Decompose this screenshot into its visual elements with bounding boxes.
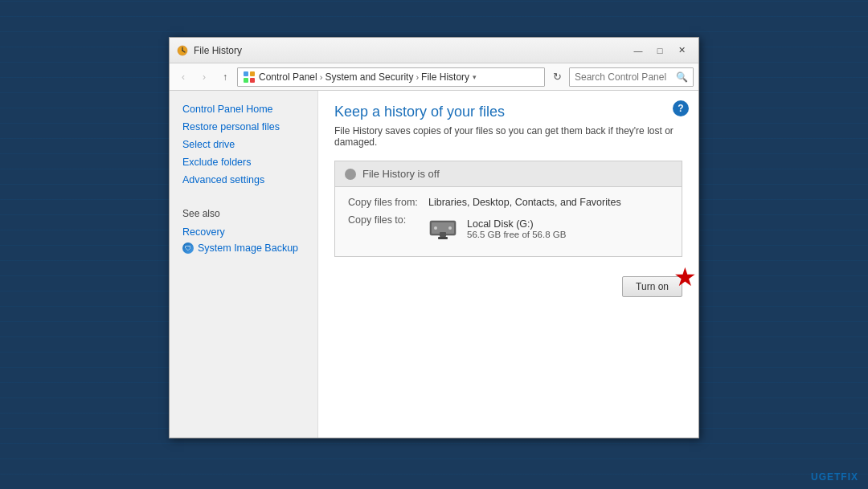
drive-size: 56.5 GB free of 56.8 GB (467, 230, 566, 239)
copy-to-row: Copy files to: (348, 214, 669, 240)
sidebar-link-restore[interactable]: Restore personal files (170, 118, 317, 136)
search-box[interactable]: 🔍 (569, 67, 694, 87)
back-button[interactable]: ‹ (174, 68, 192, 86)
svg-rect-3 (244, 71, 248, 76)
sidebar-link-advanced-settings[interactable]: Advanced settings (170, 171, 317, 189)
search-icon[interactable]: 🔍 (676, 71, 688, 83)
copy-from-label: Copy files from: (348, 197, 428, 208)
svg-rect-6 (250, 78, 255, 83)
page-title: Keep a history of your files (334, 104, 682, 120)
path-dropdown-arrow: ▾ (473, 73, 477, 81)
sidebar-link-recovery[interactable]: Recovery (182, 224, 305, 240)
copy-from-value: Libraries, Desktop, Contacts, and Favori… (428, 197, 669, 208)
window-icon (176, 44, 189, 57)
drive-row: Local Disk (G:) 56.5 GB free of 56.8 GB (428, 218, 566, 240)
status-text: File History is off (362, 168, 440, 180)
title-bar: File History — □ ✕ (170, 38, 698, 63)
status-header: File History is off (335, 161, 682, 187)
sidebar: Control Panel Home Restore personal file… (170, 91, 318, 438)
path-segment-1: System and Security (325, 71, 413, 83)
file-history-window: File History — □ ✕ ‹ › ↑ Control Panel ›… (169, 37, 699, 438)
help-button[interactable]: ? (673, 100, 689, 116)
system-image-backup-label: System Image Backup (198, 242, 298, 254)
svg-rect-10 (438, 237, 448, 239)
forward-button[interactable]: › (195, 68, 213, 86)
see-also-title: See also (182, 208, 305, 219)
status-panel: File History is off Copy files from: Lib… (334, 161, 682, 257)
main-area: Control Panel Home Restore personal file… (170, 91, 698, 438)
path-sep-1: › (416, 72, 419, 82)
drive-name: Local Disk (G:) (467, 218, 566, 230)
copy-from-row: Copy files from: Libraries, Desktop, Con… (348, 197, 669, 208)
path-segment-0: Control Panel (259, 71, 317, 83)
status-off-icon (345, 169, 356, 180)
svg-rect-9 (440, 232, 446, 237)
maximize-button[interactable]: □ (649, 42, 670, 59)
window-controls: — □ ✕ (628, 42, 692, 59)
see-also-section: See also Recovery 🛡 System Image Backup (170, 208, 317, 256)
sidebar-link-control-panel-home[interactable]: Control Panel Home (170, 100, 317, 118)
sidebar-link-exclude-folders[interactable]: Exclude folders (170, 153, 317, 171)
close-button[interactable]: ✕ (671, 42, 692, 59)
turn-on-button[interactable]: Turn on (622, 276, 682, 297)
address-path[interactable]: Control Panel › System and Security › Fi… (237, 67, 545, 87)
copy-to-label: Copy files to: (348, 214, 428, 226)
sidebar-link-select-drive[interactable]: Select drive (170, 136, 317, 153)
control-panel-icon (243, 71, 256, 84)
window-title: File History (194, 45, 628, 56)
sidebar-link-system-image-backup[interactable]: 🛡 System Image Backup (182, 240, 305, 256)
action-bar: Turn on ★ (334, 270, 682, 300)
page-subtitle: File History saves copies of your files … (334, 125, 682, 148)
path-segment-2: File History (421, 71, 469, 83)
address-bar: ‹ › ↑ Control Panel › System and Securit… (170, 63, 698, 91)
drive-info: Local Disk (G:) 56.5 GB free of 56.8 GB (467, 218, 566, 239)
search-input[interactable] (575, 71, 676, 83)
content-area: ? Keep a history of your files File Hist… (318, 91, 698, 438)
up-button[interactable]: ↑ (216, 68, 234, 86)
svg-point-11 (434, 226, 437, 230)
svg-point-12 (448, 226, 452, 230)
svg-rect-5 (244, 78, 248, 83)
drive-icon (428, 218, 457, 240)
minimize-button[interactable]: — (628, 42, 649, 59)
svg-rect-4 (250, 71, 255, 76)
status-body: Copy files from: Libraries, Desktop, Con… (335, 187, 682, 256)
watermark: UGETFIX (811, 471, 858, 483)
path-sep-0: › (320, 72, 323, 82)
refresh-button[interactable]: ↻ (548, 68, 566, 86)
shield-icon: 🛡 (182, 242, 194, 254)
